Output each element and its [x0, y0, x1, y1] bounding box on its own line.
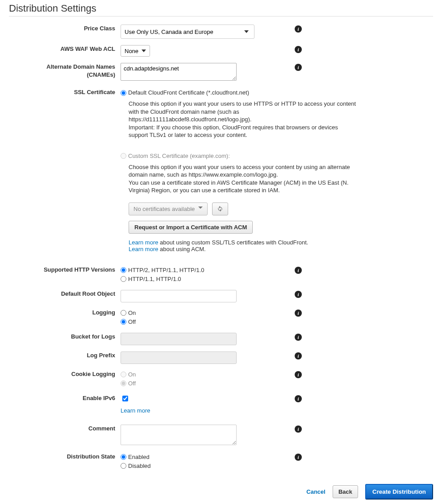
learn-more-acm-suffix: about using ACM. [160, 246, 206, 252]
ssl-default-label: Default CloudFront Certificate (*.cloudf… [128, 88, 249, 97]
price-class-select[interactable]: Use Only US, Canada and Europe [121, 25, 254, 39]
http11-radio[interactable] [121, 276, 126, 282]
waf-select[interactable]: None [121, 45, 150, 57]
row-cookie-logging: Cookie Logging On Off i [9, 370, 433, 388]
cancel-link[interactable]: Cancel [306, 488, 325, 495]
row-log-prefix: Log Prefix i [9, 351, 433, 364]
learn-more-ssl-suffix: about using custom SSL/TLS certificates … [160, 239, 308, 246]
label-cnames-line2: (CNAMEs) [9, 71, 115, 79]
refresh-certs-button[interactable] [212, 202, 228, 215]
logging-off-label: Off [128, 318, 136, 326]
ipv6-checkbox[interactable] [122, 396, 128, 401]
row-http-versions: Supported HTTP Versions HTTP/2, HTTP/1.1… [9, 266, 433, 284]
label-ipv6: Enable IPv6 [9, 394, 121, 402]
label-cnames-line1: Alternate Domain Names [9, 63, 115, 71]
request-cert-button[interactable]: Request or Import a Certificate with ACM [129, 221, 253, 234]
ssl-default-help: Choose this option if you want your user… [129, 100, 356, 139]
logging-on-label: On [128, 309, 136, 318]
http2-label: HTTP/2, HTTP/1.1, HTTP/1.0 [128, 266, 204, 275]
cert-select-row: No certificates available [129, 202, 362, 215]
label-price-class: Price Class [9, 25, 121, 33]
cookie-log-off-label: Off [128, 379, 136, 388]
row-ipv6: Enable IPv6 Learn more i [9, 394, 433, 414]
info-icon[interactable]: i [295, 25, 302, 33]
row-logging: Logging On Off i [9, 309, 433, 326]
refresh-icon [217, 206, 223, 212]
comment-textarea[interactable] [121, 425, 237, 445]
row-bucket-logs: Bucket for Logs i [9, 333, 433, 345]
row-ssl: SSL Certificate Default CloudFront Certi… [9, 88, 433, 252]
info-icon[interactable]: i [295, 291, 302, 298]
row-cnames: Alternate Domain Names (CNAMEs) cdn.adap… [9, 63, 433, 82]
label-comment: Comment [9, 425, 121, 433]
info-icon[interactable]: i [295, 352, 302, 359]
info-icon[interactable]: i [295, 310, 302, 317]
ssl-default-option: Default CloudFront Certificate (*.cloudf… [121, 88, 362, 97]
ssl-learn-more-block: Learn more about using custom SSL/TLS ce… [129, 239, 362, 252]
row-price-class: Price Class Use Only US, Canada and Euro… [9, 25, 433, 39]
logging-on-radio[interactable] [121, 310, 126, 316]
row-dist-state: Distribution State Enabled Disabled i [9, 453, 433, 471]
info-icon[interactable]: i [295, 395, 302, 402]
learn-more-ssl-link[interactable]: Learn more [129, 239, 158, 246]
info-icon[interactable]: i [295, 334, 302, 341]
ipv6-learn-more-link[interactable]: Learn more [121, 407, 150, 414]
learn-more-acm-link[interactable]: Learn more [129, 246, 158, 252]
label-log-prefix: Log Prefix [9, 351, 121, 359]
footer: Cancel Back Create Distribution [9, 484, 433, 500]
info-icon[interactable]: i [295, 371, 302, 378]
info-icon[interactable]: i [295, 426, 302, 433]
bucket-logs-input [121, 333, 237, 345]
dist-enabled-label: Enabled [128, 453, 150, 462]
label-default-root: Default Root Object [9, 290, 121, 298]
dist-enabled-radio[interactable] [121, 454, 126, 460]
info-icon[interactable]: i [295, 454, 302, 461]
cookie-log-on-radio [121, 372, 126, 377]
info-icon[interactable]: i [295, 46, 302, 53]
http2-radio[interactable] [121, 267, 126, 273]
label-cnames: Alternate Domain Names (CNAMEs) [9, 63, 121, 79]
ssl-custom-option: Custom SSL Certificate (example.com): [121, 152, 362, 161]
cnames-textarea[interactable]: cdn.adaptdesigns.net [121, 63, 237, 81]
label-waf: AWS WAF Web ACL [9, 45, 121, 53]
label-bucket-logs: Bucket for Logs [9, 333, 121, 341]
default-root-input[interactable] [121, 290, 237, 302]
title-separator [9, 16, 433, 17]
dist-disabled-radio[interactable] [121, 463, 126, 469]
create-distribution-button[interactable]: Create Distribution [365, 484, 433, 500]
http11-label: HTTP/1.1, HTTP/1.0 [128, 275, 181, 284]
ssl-custom-radio[interactable] [121, 153, 126, 159]
row-comment: Comment i [9, 425, 433, 446]
ssl-custom-label: Custom SSL Certificate (example.com): [128, 152, 230, 161]
log-prefix-input [121, 351, 237, 364]
dist-disabled-label: Disabled [128, 462, 151, 471]
cookie-log-off-radio [121, 380, 126, 386]
cert-select[interactable]: No certificates available [129, 202, 208, 215]
label-ssl: SSL Certificate [9, 88, 121, 96]
cookie-log-on-label: On [128, 370, 136, 379]
page-title: Distribution Settings [9, 3, 433, 14]
logging-off-radio[interactable] [121, 319, 126, 325]
label-cookie-logging: Cookie Logging [9, 370, 121, 378]
info-icon[interactable]: i [295, 267, 302, 274]
label-dist-state: Distribution State [9, 453, 121, 461]
label-http-versions: Supported HTTP Versions [9, 266, 121, 274]
info-icon[interactable]: i [295, 64, 302, 71]
back-button[interactable]: Back [333, 485, 358, 498]
row-default-root: Default Root Object i [9, 290, 433, 302]
label-logging: Logging [9, 309, 121, 317]
row-waf: AWS WAF Web ACL None i [9, 45, 433, 57]
ssl-default-radio[interactable] [121, 90, 126, 96]
ssl-custom-help: Choose this option if you want your user… [129, 163, 356, 194]
